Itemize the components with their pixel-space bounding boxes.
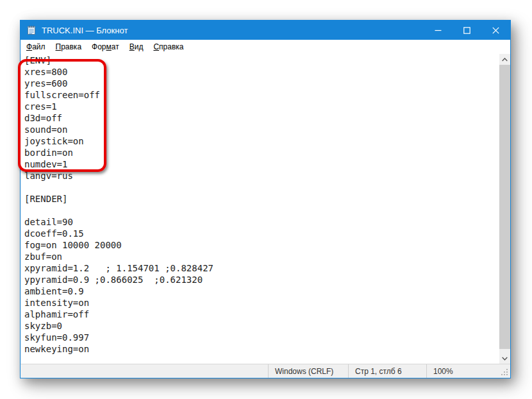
- menu-file[interactable]: Файл: [21, 40, 51, 53]
- minimize-icon: [435, 27, 442, 34]
- resize-grip[interactable]: [500, 368, 509, 377]
- editor-line: [RENDER]: [24, 193, 499, 205]
- status-cursor-position: Стр 1, стлб 6: [348, 364, 426, 378]
- editor-line: [24, 205, 499, 216]
- scrollbar-thumb[interactable]: [499, 65, 510, 349]
- status-zoom-level: 100%: [426, 364, 510, 378]
- chevron-down-icon: [502, 357, 508, 361]
- editor-line: bordin=on: [24, 147, 499, 158]
- editor-line: dcoeff=0.15: [24, 228, 499, 239]
- maximize-icon: [463, 27, 470, 34]
- editor-text[interactable]: [ENV]xres=800yres=600fullscreen=offcres=…: [21, 54, 499, 364]
- editor-line: d3d=off: [24, 112, 499, 124]
- menu-bar: Файл Правка Формат Вид Справка: [21, 40, 510, 54]
- editor-line: [ENV]: [24, 55, 499, 66]
- client-area: [ENV]xres=800yres=600fullscreen=offcres=…: [21, 54, 510, 364]
- notepad-window: TRUCK.INI — Блокнот Файл Правка Формат В…: [20, 20, 511, 378]
- menu-format-pre: Фор: [92, 42, 106, 51]
- editor-line: ypyramid=0.9 ;0.866025 ;0.621320: [24, 274, 499, 285]
- scroll-down-button[interactable]: [499, 353, 510, 364]
- close-icon: [492, 27, 499, 34]
- editor-line: intensity=on: [24, 297, 499, 309]
- menu-help-mnemonic: С: [153, 42, 159, 51]
- editor-line: alphamir=off: [24, 309, 499, 320]
- editor-line: zbuf=on: [24, 251, 499, 262]
- menu-format[interactable]: Формат: [87, 40, 124, 53]
- editor-line: detail=90: [24, 216, 499, 228]
- chevron-up-icon: [502, 58, 508, 62]
- menu-view-mnemonic: В: [129, 42, 135, 51]
- editor-line: newkeying=on: [24, 343, 499, 355]
- scroll-up-button[interactable]: [499, 54, 510, 65]
- editor-line: joystick=on: [24, 135, 499, 147]
- menu-help[interactable]: Справка: [148, 40, 188, 53]
- editor-line: skyfun=0.997: [24, 332, 499, 343]
- menu-edit-mnemonic: П: [56, 42, 62, 51]
- editor-line: fullscreen=off: [24, 89, 499, 101]
- editor-line: skyzb=0: [24, 320, 499, 332]
- editor-line: langv=rus: [24, 170, 499, 182]
- close-button[interactable]: [481, 21, 510, 40]
- minimize-button[interactable]: [424, 21, 453, 40]
- editor-line: xpyramid=1.2 ; 1.154701 ;0.828427: [24, 262, 499, 274]
- window-title: TRUCK.INI — Блокнот: [42, 26, 128, 35]
- screenshot-stage: TRUCK.INI — Блокнот Файл Правка Формат В…: [0, 0, 532, 399]
- menu-view[interactable]: Вид: [124, 40, 149, 53]
- editor-line: cres=1: [24, 101, 499, 112]
- editor-line: yres=600: [24, 78, 499, 89]
- editor-line: fog=on 10000 20000: [24, 239, 499, 251]
- editor-line: xres=800: [24, 66, 499, 78]
- editor-line: ambient=0.9: [24, 285, 499, 297]
- menu-help-post: правка: [159, 42, 183, 51]
- menu-format-post: ат: [112, 42, 119, 51]
- menu-file-post: айл: [32, 42, 45, 51]
- editor-line: numdev=1: [24, 158, 499, 170]
- menu-file-mnemonic: Ф: [26, 42, 32, 51]
- menu-edit[interactable]: Правка: [51, 40, 87, 53]
- menu-format-mnemonic: м: [106, 42, 112, 51]
- status-segment-empty: [21, 364, 268, 378]
- status-bar: Windows (CRLF) Стр 1, стлб 6 100%: [21, 364, 510, 378]
- titlebar[interactable]: TRUCK.INI — Блокнот: [21, 21, 510, 40]
- notepad-app-icon: [26, 25, 37, 35]
- menu-edit-post: равка: [61, 42, 81, 51]
- editor-line: sound=on: [24, 124, 499, 135]
- editor-line: [24, 182, 499, 193]
- menu-view-post: ид: [135, 42, 144, 51]
- maximize-button[interactable]: [453, 21, 481, 40]
- vertical-scrollbar[interactable]: [499, 54, 510, 364]
- status-line-ending: Windows (CRLF): [268, 364, 348, 378]
